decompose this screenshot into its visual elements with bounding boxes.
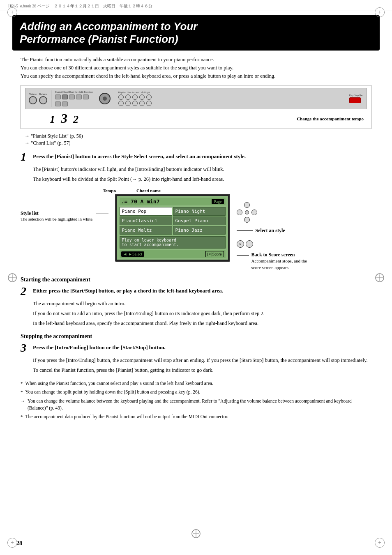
intro-text-block: The Pianist function automatically adds … bbox=[21, 55, 371, 80]
nav-left[interactable] bbox=[237, 210, 242, 215]
hw-circle-btn2 bbox=[125, 94, 131, 100]
step2-instruction: Either press the [Start/Stop] button, or… bbox=[33, 286, 223, 295]
select-style-label: Select an style bbox=[256, 228, 285, 234]
hw-volume: Volume bbox=[29, 93, 37, 104]
step3-section: Stopping the accompaniment 3 Press the [… bbox=[21, 333, 371, 374]
style-list-sublabel: The selection will be highlighted in whi… bbox=[21, 216, 94, 223]
note-marker-4: * bbox=[21, 413, 23, 420]
style-item-0[interactable]: Piano Pop bbox=[120, 207, 172, 216]
page-title: Adding an Accompaniment to Your Performa… bbox=[20, 20, 372, 46]
note-text-2: You can change the split point by holdin… bbox=[25, 389, 201, 396]
hw-joystick bbox=[99, 93, 111, 104]
step2-heading: Starting the accompaniment bbox=[21, 276, 371, 283]
style-list-label-area: Style list The selection will be highlig… bbox=[21, 194, 108, 223]
hardware-image: Volume Balance Pianist Chord Duet KeySpl… bbox=[25, 88, 367, 126]
step1-number: 1 bbox=[21, 151, 29, 163]
corner-reg-mark-tl bbox=[7, 7, 17, 17]
notes-section: * When using the Pianist function, you c… bbox=[21, 380, 371, 420]
note-3: → You can change the volume balance betw… bbox=[21, 398, 371, 412]
step-num-2: 2 bbox=[73, 113, 78, 126]
ref-links: → "Pianist Style List" (p. 56) → "Chord … bbox=[25, 133, 371, 146]
intro-p3: You can specify the accompaniment chord … bbox=[21, 72, 371, 80]
back-score-line bbox=[237, 255, 249, 256]
screen-tempo-row: ♩= 70 A min7 Page bbox=[120, 198, 226, 205]
hw-balance-label: Balance bbox=[39, 93, 47, 95]
hw-balance: Balance bbox=[39, 93, 47, 104]
screen-select-btn[interactable]: ◄ ►Select bbox=[121, 251, 145, 257]
hw-btn-group1: Pianist Chord Duet KeySplit Function bbox=[55, 91, 93, 106]
step2-body3: In the left-hand keyboard area, specify … bbox=[33, 319, 371, 327]
step2-header: 2 Either press the [Start/Stop] button, … bbox=[21, 286, 371, 297]
hw-btn1 bbox=[55, 94, 61, 99]
hw-circle-btn4 bbox=[139, 94, 145, 100]
screen-score-btn[interactable]: [×]Score bbox=[205, 251, 224, 257]
nav-up[interactable] bbox=[244, 202, 250, 208]
x-button-area: × bbox=[237, 240, 309, 248]
hw-circle-btn6 bbox=[118, 101, 124, 106]
style-list-label: Style list bbox=[21, 210, 94, 216]
step-num-1: 1 bbox=[50, 113, 55, 126]
step1-body1: The [Pianist] button's indicator will li… bbox=[33, 165, 371, 173]
reg-mark-mr bbox=[375, 273, 385, 283]
style-item-5[interactable]: Piano Jazz bbox=[173, 226, 226, 235]
x-button[interactable]: × bbox=[237, 240, 244, 248]
hw-strip: Volume Balance Pianist Chord Duet KeySpl… bbox=[25, 88, 367, 109]
navigator-cross bbox=[237, 202, 257, 223]
step3-body2: To cancel the Pianist function, press th… bbox=[33, 366, 371, 374]
style-list-line bbox=[96, 214, 108, 214]
hw-balance-knob bbox=[39, 96, 47, 104]
hw-joystick-area bbox=[99, 93, 111, 104]
hw-sep1 bbox=[51, 90, 51, 107]
step3-heading: Stopping the accompaniment bbox=[21, 333, 371, 340]
screen-diagram-container: Tempo Chord name Style list The selectio… bbox=[21, 188, 371, 271]
step-num-3: 3 bbox=[61, 111, 67, 126]
note-4: * The accompaniment data produced by the… bbox=[21, 413, 371, 420]
step3-instruction: Press the [Intro/Ending] button or the [… bbox=[33, 342, 166, 351]
screen-top-labels: Tempo Chord name bbox=[21, 188, 371, 193]
arrow-icon-1: → bbox=[25, 133, 30, 139]
step2-body: The accompaniment will begin with an int… bbox=[33, 299, 371, 327]
corner-reg-mark-br bbox=[375, 538, 385, 548]
note-text-4: The accompaniment data produced by the P… bbox=[25, 413, 228, 420]
screen-display: ♩= 70 A min7 Page Piano Pop Piano Night … bbox=[115, 194, 230, 262]
step1-instruction: Press the [Pianist] button to access the… bbox=[33, 151, 246, 160]
back-score-text: Back to Score screen Accompaniment stops… bbox=[251, 252, 309, 271]
hw-right-btns: Rhythm User Accent Left Right bbox=[118, 91, 152, 106]
screen-tempo-value: ♩= 70 A min7 bbox=[121, 198, 160, 205]
step2-body1: The accompaniment will begin with an int… bbox=[33, 299, 371, 308]
note-text-3: You can change the volume balance betwee… bbox=[28, 398, 371, 412]
hw-circle-btn5 bbox=[146, 94, 152, 100]
style-item-2[interactable]: PianoClassic1 bbox=[120, 216, 172, 225]
note-marker-2: * bbox=[21, 389, 23, 396]
screen-right-labels: Select an style × Back to Score screen A… bbox=[237, 194, 309, 271]
hw-play-label: Play/Stop Rec bbox=[349, 94, 363, 97]
hw-circle-btn8 bbox=[132, 101, 138, 106]
style-item-3[interactable]: Gospel Piano bbox=[173, 216, 226, 225]
note-text-1: When using the Pianist function, you can… bbox=[25, 380, 213, 387]
step1-section: 1 Press the [Pianist] button to access t… bbox=[21, 151, 371, 271]
screen-chord-label: Chord name bbox=[136, 188, 161, 193]
screen-page-btn: Page bbox=[212, 199, 224, 204]
back-score-label: Back to Score screen bbox=[251, 252, 309, 258]
circle-button[interactable] bbox=[246, 240, 253, 248]
note-marker-3: → bbox=[21, 398, 25, 412]
nav-center[interactable] bbox=[245, 210, 249, 214]
select-style-callout: Select an style bbox=[237, 228, 309, 234]
intro-p1: The Pianist function automatically adds … bbox=[21, 55, 371, 64]
hw-play-btn bbox=[349, 97, 361, 103]
hw-btn7 bbox=[62, 101, 68, 106]
nav-down[interactable] bbox=[244, 217, 250, 223]
step1-header: 1 Press the [Pianist] button to access t… bbox=[21, 151, 371, 163]
style-list-text-block: Style list The selection will be highlig… bbox=[21, 210, 94, 223]
nav-right[interactable] bbox=[251, 210, 257, 215]
style-item-4[interactable]: Piano Waltz bbox=[120, 226, 172, 235]
step3-body1: If you press the [Intro/Ending] button, … bbox=[33, 356, 371, 364]
hw-circle-btn9 bbox=[139, 101, 145, 106]
hw-circle-btn7 bbox=[125, 101, 131, 106]
screen-and-labels: Style list The selection will be highlig… bbox=[21, 194, 371, 271]
screen-tempo-label: Tempo bbox=[103, 188, 116, 193]
style-item-1[interactable]: Piano Night bbox=[173, 207, 226, 216]
step1-body: The [Pianist] button's indicator will li… bbox=[33, 165, 371, 183]
note-1: * When using the Pianist function, you c… bbox=[21, 380, 371, 387]
back-score-sub: Accompaniment stops, and the score scree… bbox=[251, 258, 309, 271]
